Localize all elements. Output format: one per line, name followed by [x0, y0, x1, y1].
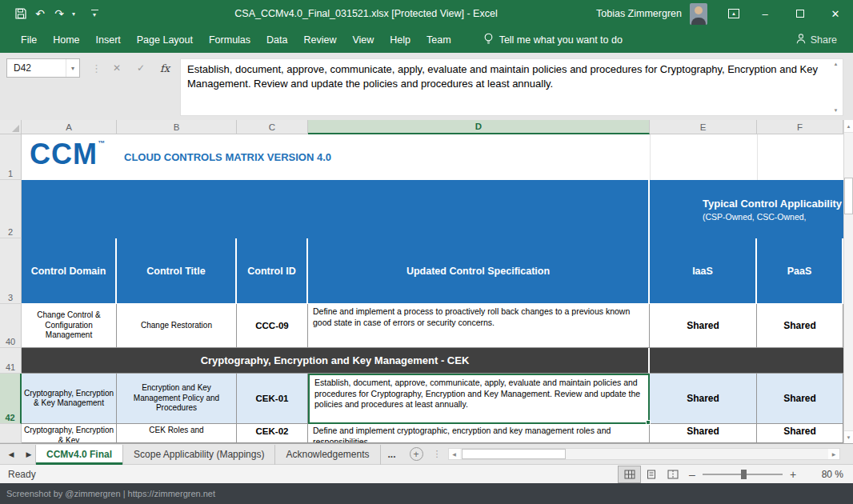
name-box[interactable]: D42 ▾: [6, 58, 80, 78]
zoom-slider[interactable]: [703, 474, 783, 475]
cell-c40[interactable]: CCC-09: [237, 304, 308, 348]
banner-cell-left[interactable]: [22, 180, 650, 238]
insert-function-icon[interactable]: fx: [153, 58, 177, 78]
horizontal-scrollbar-thumb[interactable]: [462, 449, 566, 459]
tab-help[interactable]: Help: [382, 27, 418, 53]
customize-qat-icon[interactable]: ▾: [90, 4, 99, 23]
maximize-button[interactable]: [783, 0, 818, 27]
vertical-scrollbar[interactable]: ▲ ▼: [843, 120, 853, 443]
select-all-button[interactable]: [0, 120, 22, 134]
name-box-dropdown-icon[interactable]: ▾: [66, 59, 79, 77]
tab-insert[interactable]: Insert: [88, 27, 129, 53]
cell-header-control-title[interactable]: Control Title: [117, 238, 237, 304]
row-header-40[interactable]: 40: [0, 304, 22, 348]
cell-f42[interactable]: Shared: [757, 374, 843, 424]
cell-a43[interactable]: Cryptography, Encryption & Key: [22, 424, 117, 443]
save-icon[interactable]: [11, 4, 30, 23]
tab-file[interactable]: File: [13, 27, 45, 53]
sheet-next-icon[interactable]: ▶: [22, 450, 35, 458]
sheet-tab-scope-applicability[interactable]: Scope Applicability (Mappings): [123, 445, 275, 465]
cell-header-control-id[interactable]: Control ID: [237, 238, 308, 304]
zoom-in-icon[interactable]: +: [784, 468, 802, 481]
cell-f43[interactable]: Shared: [757, 424, 843, 443]
cell-c42[interactable]: CEK-01: [237, 374, 308, 424]
row-header-43[interactable]: [0, 424, 22, 443]
tab-page-layout[interactable]: Page Layout: [129, 27, 201, 53]
zoom-out-icon[interactable]: –: [683, 468, 701, 481]
vertical-scrollbar-thumb[interactable]: [844, 178, 853, 214]
cell-header-paas[interactable]: PaaS: [757, 238, 843, 304]
cell-header-iaas[interactable]: IaaS: [650, 238, 757, 304]
tab-data[interactable]: Data: [258, 27, 295, 53]
minimize-button[interactable]: –: [747, 0, 783, 27]
formula-scroll-up-icon[interactable]: ▲: [834, 61, 839, 67]
normal-view-icon[interactable]: [619, 466, 640, 482]
zoom-level[interactable]: 80 %: [810, 469, 843, 480]
scroll-right-icon[interactable]: ▶: [828, 449, 839, 459]
row-header-41[interactable]: 41: [0, 348, 22, 374]
scroll-left-icon[interactable]: ◀: [449, 449, 460, 459]
tab-home[interactable]: Home: [45, 27, 87, 53]
tab-team[interactable]: Team: [418, 27, 459, 53]
cell-a40[interactable]: Change Control & Configuration Managemen…: [22, 304, 117, 348]
sheet-tabs-overflow[interactable]: ...: [381, 449, 403, 460]
row-header-42[interactable]: 42: [0, 374, 22, 424]
cell-d40[interactable]: Define and implement a process to proact…: [308, 304, 650, 348]
tab-splitter-icon[interactable]: ⋮: [433, 449, 442, 459]
logo-row-cells[interactable]: CCM™ CLOUD CONTROLS MATRIX VERSION 4.0: [22, 134, 843, 180]
new-sheet-button[interactable]: +: [410, 447, 423, 461]
tab-view[interactable]: View: [344, 27, 382, 53]
row-header-1[interactable]: 1: [0, 134, 22, 180]
cell-b42[interactable]: Encryption and Key Management Policy and…: [117, 374, 237, 424]
sheet-tab-ccmv4-final[interactable]: CCMv4.0 Final: [35, 445, 123, 465]
cell-d42-active[interactable]: Establish, document, approve, communicat…: [308, 374, 650, 424]
redo-icon[interactable]: ↷: [50, 4, 69, 23]
banner-cell-applicability[interactable]: Typical Control Applicability an (CSP-Ow…: [650, 180, 843, 238]
formula-enter-icon[interactable]: ✓: [129, 58, 153, 78]
account-name[interactable]: Tobias Zimmergren: [596, 8, 682, 19]
sheet-prev-icon[interactable]: ◀: [5, 450, 18, 458]
cell-section-cek[interactable]: Cryptography, Encryption and Key Managem…: [22, 348, 650, 374]
cell-b43[interactable]: CEK Roles and: [117, 424, 237, 443]
cell-f40[interactable]: Shared: [757, 304, 843, 348]
scroll-down-icon[interactable]: ▼: [844, 430, 853, 443]
close-button[interactable]: ✕: [818, 0, 853, 27]
tab-review[interactable]: Review: [295, 27, 344, 53]
cell-b40[interactable]: Change Restoration: [117, 304, 237, 348]
cell-e42[interactable]: Shared: [650, 374, 757, 424]
fill-handle[interactable]: [646, 420, 651, 425]
column-header-f[interactable]: F: [757, 120, 843, 134]
cell-header-updated-control-specification[interactable]: Updated Control Specification: [308, 238, 650, 304]
row-header-3[interactable]: 3: [0, 238, 22, 304]
horizontal-scrollbar[interactable]: ◀ ▶: [448, 448, 840, 460]
tell-me-box[interactable]: Tell me what you want to do: [483, 33, 623, 47]
zoom-slider-thumb[interactable]: [741, 470, 747, 479]
cell-a42[interactable]: Cryptography, Encryption & Key Managemen…: [22, 374, 117, 424]
cell-d43[interactable]: Define and implement cryptographic, encr…: [308, 424, 650, 443]
cell-header-control-domain[interactable]: Control Domain: [22, 238, 117, 304]
column-header-c[interactable]: C: [237, 120, 308, 134]
redo-dropdown-icon[interactable]: ▾: [69, 4, 78, 23]
cell-e40[interactable]: Shared: [650, 304, 757, 348]
row-header-2[interactable]: 2: [0, 180, 22, 238]
formula-cancel-icon[interactable]: ✕: [105, 58, 129, 78]
cell-c43[interactable]: CEK-02: [237, 424, 308, 443]
column-header-e[interactable]: E: [650, 120, 757, 134]
sheet-tab-acknowledgements[interactable]: Acknowledgements: [275, 445, 380, 465]
ribbon-display-options-icon[interactable]: ▲: [720, 0, 747, 27]
sheet-row-43: Cryptography, Encryption & Key CEK Roles…: [0, 424, 843, 443]
page-layout-view-icon[interactable]: [640, 466, 662, 482]
formula-scroll-down-icon[interactable]: ▼: [834, 107, 839, 114]
formula-input[interactable]: Establish, document, approve, communicat…: [180, 58, 843, 116]
cell-section-cek-right[interactable]: [650, 348, 843, 374]
column-header-a[interactable]: A: [22, 120, 117, 134]
undo-icon[interactable]: ↶: [30, 4, 50, 23]
tab-formulas[interactable]: Formulas: [201, 27, 258, 53]
scroll-up-icon[interactable]: ▲: [844, 120, 853, 133]
column-header-b[interactable]: B: [117, 120, 237, 134]
page-break-preview-icon[interactable]: [662, 466, 683, 482]
column-header-d[interactable]: D: [308, 120, 650, 134]
share-button[interactable]: Share: [796, 34, 837, 46]
user-avatar[interactable]: [690, 3, 707, 25]
cell-e43[interactable]: Shared: [650, 424, 757, 443]
